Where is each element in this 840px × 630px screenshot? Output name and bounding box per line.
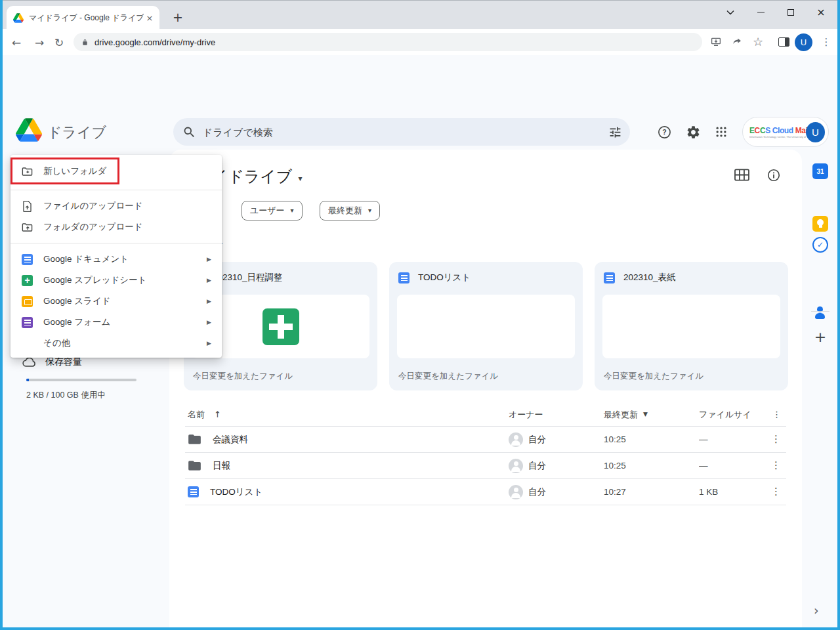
folder-icon [188, 460, 201, 471]
settings-gear-icon[interactable] [684, 123, 702, 140]
table-row[interactable]: 日報 自分 10:25 — ⋮ [185, 453, 786, 479]
suggested-card-2[interactable]: TODOリスト 今日変更を加えたファイル [389, 262, 583, 390]
forward-icon[interactable]: → [31, 34, 48, 51]
share-icon[interactable] [728, 33, 746, 51]
file-table: 名前 ↑ オーナー 最終更新 ▼ ファイルサイズ ⋮ 会議資料 [185, 403, 786, 505]
menu-item-folder-upload[interactable]: フォルダのアップロード [10, 217, 222, 238]
docs-file-icon [604, 272, 615, 284]
browser-profile-avatar[interactable]: U [795, 33, 812, 51]
row-actions-kebab-icon[interactable]: ⋮ [771, 427, 781, 452]
menu-item-google-forms[interactable]: Google フォーム ▶ [10, 312, 222, 333]
storage-section[interactable]: 保存容量 [22, 356, 82, 368]
row-actions-kebab-icon[interactable]: ⋮ [771, 453, 781, 478]
browser-menu-kebab-icon[interactable]: ⋮ [818, 33, 835, 51]
search-input[interactable] [203, 127, 602, 138]
card-title: 202310_日程調整 [213, 272, 283, 284]
menu-item-google-docs[interactable]: Google ドキュメント ▶ [10, 249, 222, 270]
app-name: ドライブ [47, 123, 106, 142]
reload-icon[interactable]: ↻ [51, 34, 68, 51]
window-minimize-button[interactable] [746, 1, 776, 23]
slides-icon [22, 296, 33, 307]
search-icon[interactable] [182, 125, 196, 139]
hide-side-panel-chevron-icon[interactable]: › [814, 604, 819, 617]
owner-name: 自分 [528, 434, 546, 446]
tab-close-icon[interactable]: × [144, 12, 156, 24]
get-addons-plus-icon[interactable]: + [812, 329, 828, 345]
details-info-icon[interactable] [766, 168, 781, 182]
caret-down-icon: ▼ [643, 411, 648, 417]
menu-item-google-sheets[interactable]: Google スプレッドシート ▶ [10, 270, 222, 291]
docs-file-icon [398, 272, 410, 284]
submenu-arrow-icon: ▶ [207, 341, 211, 346]
file-size: 1 KB [699, 479, 750, 505]
window-border-bottom [0, 627, 840, 630]
address-bar[interactable]: drive.google.com/drive/my-drive [74, 33, 702, 51]
calendar-icon[interactable]: 31 [812, 163, 828, 179]
keep-icon[interactable] [812, 216, 828, 232]
file-name[interactable]: 会議資料 [213, 434, 248, 446]
contacts-icon[interactable] [812, 305, 828, 321]
menu-item-google-slides[interactable]: Google スライド ▶ [10, 291, 222, 312]
tab-title: マイドライブ - Google ドライブ [29, 12, 144, 24]
filter-chip-people[interactable]: ユーザー▾ [242, 201, 303, 220]
window-maximize-button[interactable] [776, 1, 806, 23]
file-name[interactable]: 日報 [213, 460, 230, 472]
browser-tab[interactable]: マイドライブ - Google ドライブ × [7, 6, 159, 30]
install-icon[interactable] [707, 33, 724, 51]
side-panel-icon[interactable] [775, 33, 792, 51]
side-panel-divider [811, 311, 830, 312]
browser-titlebar: マイドライブ - Google ドライブ × + × [0, 0, 840, 29]
drive-app: ドライブ ? ECCS Cloud Mail Information Techn… [0, 55, 840, 630]
forms-icon [22, 317, 33, 328]
tab-search-chevron-icon[interactable] [715, 1, 746, 23]
column-header-modified[interactable]: 最終更新 [604, 409, 638, 421]
new-tab-button[interactable]: + [169, 9, 186, 26]
column-header-size[interactable]: ファイルサイズ [699, 409, 750, 421]
card-caption: 今日変更を加えたファイル [604, 371, 704, 382]
card-preview[interactable] [602, 295, 780, 358]
url-text[interactable]: drive.google.com/drive/my-drive [94, 37, 215, 47]
window-border-right [837, 0, 840, 630]
row-actions-kebab-icon[interactable]: ⋮ [771, 479, 781, 505]
menu-item-more[interactable]: その他 ▶ [10, 333, 222, 354]
card-title: TODOリスト [418, 272, 471, 284]
column-header-owner[interactable]: オーナー [509, 409, 543, 421]
submenu-arrow-icon: ▶ [207, 299, 211, 304]
back-icon[interactable]: ← [8, 34, 25, 51]
folder-icon [188, 434, 201, 445]
google-apps-grid-icon[interactable] [713, 123, 730, 140]
account-avatar[interactable]: U [806, 122, 825, 142]
search-bar[interactable] [173, 118, 630, 146]
chevron-down-icon: ▾ [291, 207, 294, 214]
card-preview[interactable] [397, 295, 575, 358]
table-row[interactable]: 会議資料 自分 10:25 — ⋮ [185, 427, 786, 453]
file-upload-icon [21, 200, 33, 213]
table-row[interactable]: TODOリスト 自分 10:27 1 KB ⋮ [185, 479, 786, 505]
modified-time: 10:25 [604, 453, 626, 478]
menu-divider [10, 190, 222, 190]
drive-favicon-icon [13, 13, 24, 23]
owner-avatar [509, 485, 523, 499]
bookmark-star-icon[interactable]: ☆ [749, 33, 766, 51]
column-options-kebab-icon[interactable]: ⋮ [772, 403, 781, 426]
annotation-red-box [10, 158, 119, 184]
column-header-name[interactable]: 名前 [188, 409, 205, 421]
eccs-logo: ECCS Cloud Mail Information Technology C… [749, 126, 806, 138]
help-icon[interactable]: ? [656, 123, 673, 140]
sort-ascending-icon[interactable]: ↑ [214, 410, 221, 419]
filter-chip-modified[interactable]: 最終更新▾ [320, 201, 380, 220]
search-options-tune-icon[interactable] [608, 125, 622, 139]
title-caret-icon[interactable]: ▾ [298, 171, 302, 182]
window-close-button[interactable]: × [806, 1, 836, 23]
submenu-arrow-icon: ▶ [207, 278, 211, 284]
grid-view-toggle-icon[interactable] [734, 168, 750, 182]
menu-item-file-upload[interactable]: ファイルのアップロード [10, 196, 222, 217]
file-size: — [699, 453, 750, 478]
storage-usage-text: 2 KB / 100 GB 使用中 [26, 390, 106, 401]
tasks-icon[interactable]: ✓ [812, 237, 828, 253]
suggested-card-3[interactable]: 202310_表紙 今日変更を加えたファイル [595, 262, 788, 390]
owner-avatar [509, 432, 523, 447]
sheets-logo-icon [262, 308, 299, 345]
eccs-account-badge[interactable]: ECCS Cloud Mail Information Technology C… [742, 117, 829, 147]
file-name[interactable]: TODOリスト [210, 486, 262, 498]
